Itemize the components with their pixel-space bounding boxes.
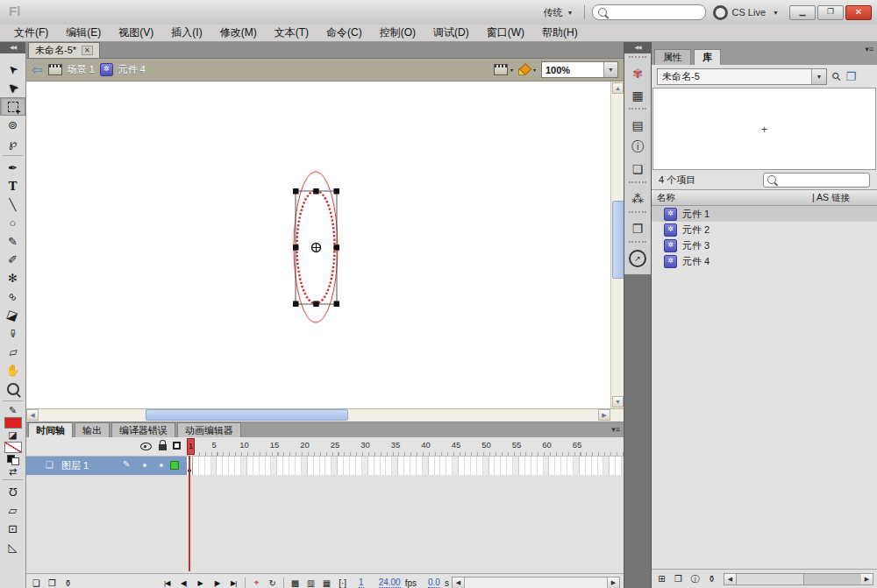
- frame-cell[interactable]: [277, 457, 283, 475]
- frame-cell[interactable]: [555, 457, 561, 475]
- frame-cell[interactable]: [253, 457, 260, 475]
- frame-cell[interactable]: [525, 457, 531, 475]
- info-panel-icon[interactable]: ⓘ: [627, 137, 648, 158]
- stroke-color-swatch[interactable]: [4, 417, 22, 429]
- frame-cell[interactable]: [374, 457, 381, 475]
- dock-gripper[interactable]: [629, 56, 646, 61]
- paint-bucket-tool[interactable]: ◪: [0, 306, 25, 324]
- lasso-tool[interactable]: ℘: [0, 134, 25, 152]
- frame-cell[interactable]: [260, 457, 266, 475]
- onion-skin-button[interactable]: ▩: [289, 576, 302, 588]
- 3d-rotation-tool[interactable]: ⊚: [0, 116, 25, 134]
- frame-cell[interactable]: [446, 457, 453, 475]
- frame-cell[interactable]: [501, 457, 507, 475]
- transform-panel-icon[interactable]: ❏: [627, 159, 648, 180]
- edit-symbol-button[interactable]: [518, 65, 531, 75]
- frame-cell[interactable]: [592, 457, 598, 475]
- expand-panels-button[interactable]: ◀◀: [624, 42, 651, 53]
- center-frame-button[interactable]: ⌖: [250, 576, 263, 588]
- distort-option[interactable]: ◺: [0, 538, 25, 556]
- zoom-tool[interactable]: [0, 379, 25, 398]
- deco-tool[interactable]: ✻: [0, 269, 25, 287]
- frame-cell[interactable]: [513, 457, 519, 475]
- eraser-tool[interactable]: ▱: [0, 343, 25, 361]
- layer-item[interactable]: ❏ 图层 1 ✎: [26, 457, 187, 475]
- playhead-head[interactable]: 1: [187, 438, 195, 455]
- brush-tool[interactable]: ✐: [0, 251, 25, 269]
- delete-layer-button[interactable]: ⚱: [61, 576, 75, 588]
- frame-cell[interactable]: [217, 457, 223, 475]
- zoom-dropdown-icon[interactable]: ▼: [603, 62, 617, 77]
- dock-gripper[interactable]: [629, 211, 646, 216]
- pencil-tool[interactable]: ✎: [0, 232, 25, 251]
- frame-cell[interactable]: [544, 457, 550, 475]
- scroll-right-icon[interactable]: ▶: [607, 577, 619, 588]
- current-frame-value[interactable]: 1: [359, 577, 364, 588]
- menu-item-5[interactable]: 文本(T): [266, 25, 317, 41]
- swap-colors-button[interactable]: ⇄: [9, 467, 17, 477]
- scroll-right-icon[interactable]: ▶: [861, 574, 873, 584]
- snap-to-objects-option[interactable]: Ω: [0, 483, 25, 501]
- edit-scene-button[interactable]: [494, 64, 508, 75]
- frame-cell[interactable]: [483, 457, 489, 475]
- scroll-down-icon[interactable]: ▼: [612, 396, 624, 407]
- frame-cell[interactable]: [423, 457, 429, 475]
- step-forward-one-frame-button[interactable]: |▶: [210, 576, 224, 588]
- go-to-first-frame-button[interactable]: |◀: [160, 576, 174, 588]
- zoom-level-select[interactable]: 100% ▼: [541, 61, 618, 78]
- scroll-up-icon[interactable]: ▲: [612, 82, 624, 94]
- go-to-last-frame-button[interactable]: ▶|: [226, 576, 240, 588]
- item-properties-button[interactable]: ⓘ: [688, 572, 702, 586]
- library-item-row[interactable]: ✲元件 1: [652, 206, 877, 222]
- frame-cell[interactable]: [296, 457, 302, 475]
- tools-panel-collapse-button[interactable]: ◀◀: [0, 42, 25, 53]
- selection-tool[interactable]: ➤: [0, 60, 25, 79]
- frame-cell[interactable]: [314, 457, 320, 475]
- titlebar-search[interactable]: [592, 4, 706, 20]
- frame-cell[interactable]: [266, 457, 272, 475]
- breadcrumb-scene[interactable]: 场景 1: [68, 63, 95, 76]
- menu-item-10[interactable]: 帮助(H): [533, 25, 587, 41]
- frame-cell[interactable]: [235, 457, 241, 475]
- pin-library-icon[interactable]: ⚲: [829, 68, 844, 83]
- frame-cell[interactable]: [580, 457, 586, 475]
- frame-cell[interactable]: [392, 457, 398, 475]
- tab-library[interactable]: 库: [694, 49, 721, 65]
- menu-item-7[interactable]: 控制(O): [371, 25, 424, 41]
- text-tool[interactable]: T: [0, 177, 25, 195]
- minimize-button[interactable]: ▁: [789, 5, 816, 20]
- library-item-row[interactable]: ✲元件 2: [652, 222, 877, 237]
- rotate-and-skew-option[interactable]: ▱: [0, 501, 25, 520]
- frame-cell[interactable]: [531, 457, 538, 475]
- titlebar-overflow-icon[interactable]: ▼: [773, 10, 779, 16]
- frame-cell[interactable]: [561, 457, 567, 475]
- frame-cell[interactable]: [320, 457, 326, 475]
- onion-skin-outlines-button[interactable]: ▥: [304, 576, 317, 588]
- code-snippets-panel-icon[interactable]: ⁂: [627, 188, 648, 209]
- bone-tool[interactable]: ∞: [0, 287, 25, 306]
- lock-layers-icon[interactable]: [159, 444, 167, 450]
- new-folder-button[interactable]: ❒: [46, 576, 59, 588]
- cs-live-button[interactable]: CS Live: [713, 5, 766, 20]
- align-panel-icon[interactable]: ▤: [627, 115, 648, 136]
- subselection-tool[interactable]: ➤: [0, 79, 25, 97]
- frame-cell[interactable]: [567, 457, 574, 475]
- frame-cell[interactable]: [350, 457, 356, 475]
- frame-rate-value[interactable]: 24.00: [379, 577, 401, 588]
- frame-cell[interactable]: [465, 457, 471, 475]
- library-document-select[interactable]: 未命名-5 ▼: [657, 68, 827, 85]
- fill-color-swatch[interactable]: [4, 442, 22, 453]
- frame-cell[interactable]: [381, 457, 387, 475]
- search-input[interactable]: [610, 6, 689, 19]
- oval-tool[interactable]: ○: [0, 214, 25, 232]
- frame-cell[interactable]: [386, 457, 392, 475]
- frame-cell[interactable]: [489, 457, 496, 475]
- scroll-left-icon[interactable]: ◀: [453, 577, 465, 588]
- frame-cell[interactable]: [410, 457, 417, 475]
- frame-cell[interactable]: [549, 457, 555, 475]
- workspace-switcher[interactable]: 传统 ▼: [540, 4, 577, 21]
- frame-cell[interactable]: [247, 457, 253, 475]
- new-folder-button[interactable]: ❒: [672, 572, 685, 586]
- hand-tool[interactable]: ✋: [0, 361, 25, 379]
- frame-cell[interactable]: [205, 457, 211, 475]
